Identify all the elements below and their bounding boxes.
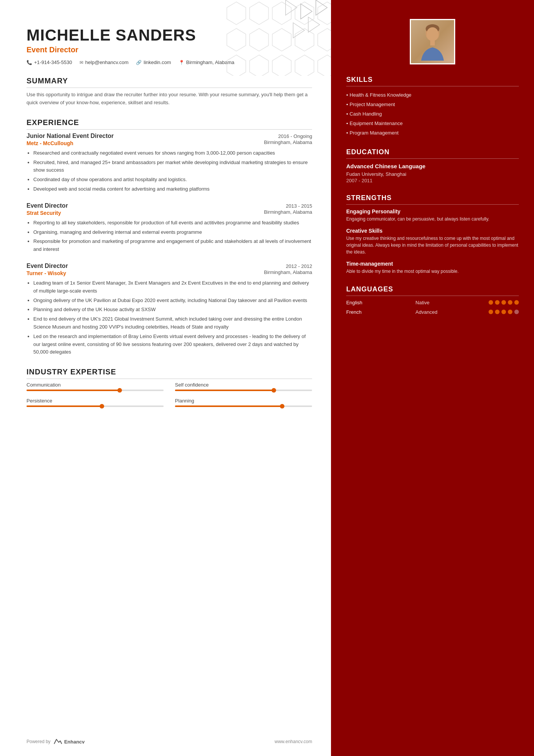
lang-dot [514, 310, 519, 314]
expertise-fill-selfconfidence [175, 390, 274, 391]
strength-text-1: Engaging communicator, can be persuasive… [346, 216, 519, 222]
expertise-section: INDUSTRY EXPERTISE Communication Self co… [27, 368, 312, 437]
footer: Powered by Enhancv www.enhancv.com [27, 739, 312, 745]
lang-dots-french [489, 310, 519, 314]
languages-section: LANGUAGES English Native French Advanced [346, 285, 519, 315]
skill-label-1: Health & Fitness Knowledge [350, 92, 411, 98]
exp-location-2: Birmingham, Alabama [264, 209, 312, 215]
bullet-item: Reporting to all key stakeholders, respo… [33, 219, 312, 227]
skill-label-5: Program Management [350, 130, 398, 136]
footer-website: www.enhancv.com [275, 739, 312, 744]
expertise-bar-persistence [27, 405, 164, 407]
expertise-persistence: Persistence [27, 398, 164, 407]
expertise-bar-planning [175, 405, 312, 407]
experience-section: EXPERIENCE Junior National Event Directo… [27, 118, 312, 356]
bullet-item: Coordinated day of show operations and a… [33, 176, 312, 184]
bullet-item: Planning and delivery of the UK House ac… [33, 306, 312, 314]
exp-sub-1: Metz - McCullough Birmingham, Alabama [27, 139, 312, 146]
lang-row-english: English Native [346, 300, 519, 305]
exp-sub-3: Turner - Wisoky Birmingham, Alabama [27, 269, 312, 276]
strength-text-3: Able to divide my time in the most optim… [346, 268, 519, 275]
bar-dot [100, 404, 104, 409]
exp-company-2: Strat Security [27, 210, 61, 216]
enhancv-logo: Enhancv [53, 739, 84, 745]
brand-name: Enhancv [64, 739, 84, 745]
education-section: EDUCATION Advanced Chinese Language Fuda… [346, 148, 519, 183]
expertise-label-selfconfidence: Self confidence [175, 382, 312, 388]
bullet-item: End to end delivery of the UK's 2021 Glo… [33, 315, 312, 331]
lang-name-french: French [346, 309, 373, 315]
website-item: 🔗 linkedin.com [136, 59, 171, 65]
lang-level-french: Advanced [415, 309, 446, 315]
strengths-section: STRENGTHS Engaging Personality Engaging … [346, 194, 519, 275]
exp-location-3: Birmingham, Alabama [264, 269, 312, 275]
svg-rect-11 [430, 40, 435, 45]
exp-header-3: Event Director 2012 - 2012 [27, 263, 312, 269]
lang-dot [495, 300, 500, 305]
skill-item-2: ● Project Management [346, 100, 519, 109]
edu-school: Fudan University, Shanghai [346, 171, 519, 177]
edu-degree: Advanced Chinese Language [346, 163, 519, 170]
exp-entry-3: Event Director 2012 - 2012 Turner - Wiso… [27, 263, 312, 356]
bullet-dot: ● [346, 131, 348, 135]
exp-bullets-3: Leading team of 1x Senior Event Manager,… [27, 279, 312, 356]
strength-title-1: Engaging Personality [346, 208, 519, 214]
skills-section: SKILLS ● Health & Fitness Knowledge ● Pr… [346, 76, 519, 138]
lang-dot [508, 310, 512, 314]
skill-item-4: ● Equipment Maintenance [346, 119, 519, 128]
exp-bullets-1: Researched and contractually negotiated … [27, 149, 312, 193]
bullet-item: Organising, managing and delivering inte… [33, 229, 312, 236]
exp-dates-3: 2012 - 2012 [286, 263, 312, 269]
lang-row-french: French Advanced [346, 309, 519, 315]
expertise-label-planning: Planning [175, 398, 312, 404]
skill-label-2: Project Management [350, 102, 395, 107]
summary-heading: SUMMARY [27, 77, 312, 88]
exp-sub-2: Strat Security Birmingham, Alabama [27, 209, 312, 216]
expertise-bar-selfconfidence [175, 390, 312, 391]
profile-silhouette [417, 23, 448, 61]
expertise-fill-planning [175, 405, 282, 407]
bullet-dot: ● [346, 93, 348, 97]
bar-dot [272, 388, 276, 393]
phone-number: +1-914-345-5530 [34, 59, 72, 65]
exp-company-1: Metz - McCullough [27, 140, 73, 146]
exp-entry-1: Junior National Event Director 2016 - On… [27, 133, 312, 193]
experience-heading: EXPERIENCE [27, 118, 312, 130]
skill-item-5: ● Program Management [346, 128, 519, 138]
skill-item-3: ● Cash Handling [346, 109, 519, 119]
bar-dot [280, 404, 284, 409]
skill-label-4: Equipment Maintenance [350, 121, 403, 126]
strength-title-3: Time-management [346, 261, 519, 267]
profile-photo-frame [410, 19, 455, 64]
skill-label-3: Cash Handling [350, 111, 382, 117]
expertise-label-communication: Communication [27, 382, 164, 388]
lang-dot [501, 300, 506, 305]
education-heading: EDUCATION [346, 148, 519, 159]
expertise-heading: INDUSTRY EXPERTISE [27, 368, 312, 379]
photo-area [346, 19, 519, 64]
exp-role-1: Junior National Event Director [27, 133, 114, 139]
exp-header-1: Junior National Event Director 2016 - On… [27, 133, 312, 139]
lang-dot [508, 300, 512, 305]
skill-item-1: ● Health & Fitness Knowledge [346, 90, 519, 100]
website-url: linkedin.com [144, 59, 171, 65]
exp-role-2: Event Director [27, 202, 68, 209]
exp-location-1: Birmingham, Alabama [264, 139, 312, 145]
exp-dates-2: 2013 - 2015 [286, 203, 312, 209]
bullet-item: Ongoing delivery of the UK Pavilion at D… [33, 297, 312, 305]
lang-dots-english [489, 300, 519, 305]
email-icon: ✉ [80, 60, 83, 65]
expertise-grid: Communication Self confidence [27, 382, 312, 407]
bar-dot [117, 388, 122, 393]
resume-container: MICHELLE SANDERS Event Director 📞 +1-914… [0, 0, 534, 756]
email-address: help@enhancv.com [85, 59, 128, 65]
email-item: ✉ help@enhancv.com [80, 59, 128, 65]
lang-dot [489, 310, 493, 314]
expertise-fill-persistence [27, 405, 102, 407]
exp-header-2: Event Director 2013 - 2015 [27, 202, 312, 209]
lang-dot [501, 310, 506, 314]
strength-text-2: Use my creative thinking and resourceful… [346, 235, 519, 255]
right-column: SKILLS ● Health & Fitness Knowledge ● Pr… [331, 0, 534, 756]
enhancv-icon [53, 739, 62, 745]
lang-level-english: Native [415, 300, 446, 305]
